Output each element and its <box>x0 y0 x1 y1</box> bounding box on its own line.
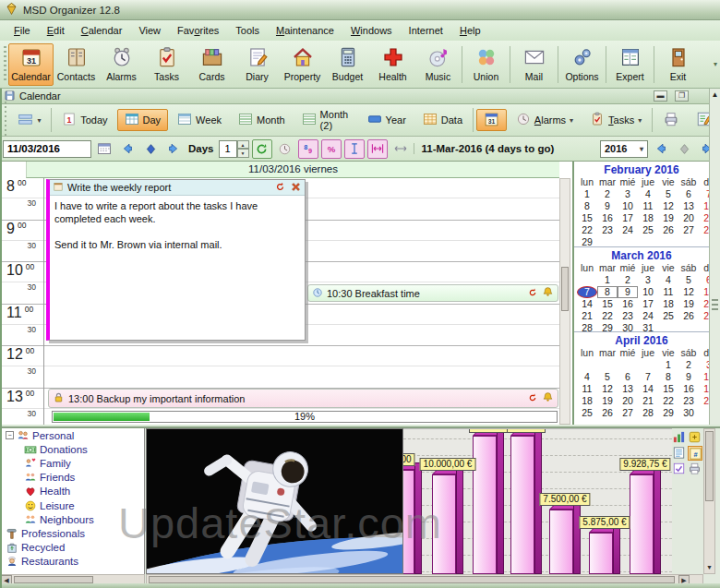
day-cell[interactable]: 3 <box>618 188 638 200</box>
day-cell[interactable]: 5 <box>597 371 618 383</box>
day-cell[interactable]: 15 <box>597 298 618 310</box>
day-cell[interactable]: 29 <box>577 236 597 248</box>
chart-bar-1[interactable] <box>403 470 414 574</box>
view-year-button[interactable]: Year <box>360 109 414 131</box>
day-cell[interactable] <box>678 236 699 248</box>
day-cell[interactable]: 9 <box>597 200 618 212</box>
menu-item-view[interactable]: View <box>130 22 169 39</box>
day-cell[interactable]: 3 <box>699 359 709 371</box>
day-cell[interactable]: 10 <box>618 200 638 212</box>
day-cell[interactable]: 27 <box>618 407 638 419</box>
day-cell[interactable]: 18 <box>658 298 678 310</box>
hours-toggle-button[interactable]: 89 <box>298 139 318 159</box>
day-cell[interactable]: 15 <box>658 383 678 395</box>
sidebar-item-restaurants[interactable]: Restaurants <box>0 555 144 569</box>
day-cell[interactable]: 15 <box>577 212 597 224</box>
chart-bar-5[interactable] <box>549 510 573 574</box>
chart-bar-6[interactable] <box>589 533 613 574</box>
day-cell[interactable]: 14 <box>638 383 658 395</box>
goto-today-button[interactable] <box>140 139 161 159</box>
timebar-toggle-button[interactable] <box>344 139 365 159</box>
day-cell[interactable]: 20 <box>699 298 709 310</box>
tasks-button[interactable]: Tasks <box>144 43 189 86</box>
day-cell[interactable]: 7 <box>699 188 709 200</box>
day-cell[interactable]: 21 <box>638 395 658 407</box>
view-today-button[interactable]: 1Today <box>54 109 114 131</box>
goto-date-button[interactable]: 31 <box>476 109 507 131</box>
tasks-dropdown-button[interactable]: Tasks▾ <box>582 109 649 131</box>
day-cell[interactable] <box>638 359 658 371</box>
day-cell[interactable]: 17 <box>618 212 638 224</box>
menu-item-internet[interactable]: Internet <box>401 22 451 39</box>
maximize-button[interactable]: ❐ <box>675 90 689 102</box>
day-cell[interactable]: 28 <box>699 224 709 236</box>
tree-expander[interactable]: − <box>6 431 14 439</box>
scrollbar-thumb[interactable] <box>561 267 569 311</box>
day-cell[interactable]: 23 <box>597 224 618 236</box>
toolbar-grip[interactable] <box>4 46 6 83</box>
chart-view-icon[interactable] <box>672 430 687 445</box>
day-cell[interactable] <box>577 274 597 286</box>
sidebar-item-family[interactable]: Family <box>0 456 144 470</box>
previous-year-button[interactable] <box>651 139 671 159</box>
day-cell[interactable]: 12 <box>678 286 699 298</box>
view-day-button[interactable]: Day <box>117 109 169 131</box>
options-button[interactable]: Options <box>559 43 605 86</box>
day-cell[interactable]: 11 <box>577 383 597 395</box>
layout-dropdown-button[interactable]: ▾ <box>10 109 48 131</box>
day-cell[interactable]: 29 <box>658 407 678 419</box>
sidebar-item-leisure[interactable]: Leisure <box>0 498 144 512</box>
day-cell[interactable]: 8 <box>658 371 678 383</box>
print-button[interactable] <box>655 109 687 131</box>
event-backup[interactable]: 13:00 Backup my important information <box>48 389 558 408</box>
day-cell[interactable]: 25 <box>577 407 597 419</box>
percent-toggle-button[interactable]: % <box>321 139 342 159</box>
day-cell[interactable]: 25 <box>658 310 678 322</box>
chart-bar-7[interactable] <box>630 474 654 574</box>
alarms-dropdown-button[interactable]: Alarms▾ <box>509 109 581 131</box>
day-cell[interactable]: 5 <box>658 188 678 200</box>
property-button[interactable]: Property <box>280 43 325 86</box>
day-cell[interactable]: 22 <box>658 395 678 407</box>
menu-item-edit[interactable]: Edit <box>39 22 73 39</box>
menu-item-file[interactable]: File <box>6 22 39 39</box>
day-cell[interactable]: 30 <box>618 322 638 334</box>
day-cell[interactable]: 2 <box>618 274 638 286</box>
scrollbar-thumb[interactable] <box>705 431 714 501</box>
day-cell[interactable] <box>699 236 709 248</box>
sidebar-item-recycled[interactable]: Recycled <box>0 541 144 555</box>
day-cell[interactable] <box>699 322 709 334</box>
calendar-button[interactable]: 31Calendar <box>8 43 54 86</box>
day-cell[interactable]: 14 <box>699 200 709 212</box>
day-cell[interactable]: 9 <box>618 286 638 298</box>
day-cell[interactable]: 23 <box>678 395 699 407</box>
menu-item-windows[interactable]: Windows <box>342 22 401 39</box>
day-cell[interactable]: 7 <box>638 371 658 383</box>
date-input[interactable] <box>3 140 91 158</box>
fit-width-button[interactable] <box>390 139 411 159</box>
right-scrollbar[interactable]: ▲ <box>709 89 720 425</box>
day-cell[interactable]: 11 <box>658 286 678 298</box>
day-cell[interactable]: 27 <box>699 310 709 322</box>
day-cell[interactable]: 30 <box>678 407 699 419</box>
add-icon[interactable] <box>688 430 702 445</box>
year-select[interactable]: 2016 ▾ <box>600 140 648 158</box>
day-cell[interactable]: 4 <box>638 188 658 200</box>
day-cell[interactable]: 6 <box>618 371 638 383</box>
sidebar-item-friends[interactable]: Friends <box>0 471 144 485</box>
event-breakfast[interactable]: 10:30 Breakfast time <box>307 284 558 302</box>
day-cell[interactable]: 4 <box>658 274 678 286</box>
day-cell[interactable]: 22 <box>597 310 618 322</box>
day-cell[interactable]: 8 <box>597 286 618 298</box>
day-cell[interactable]: 13 <box>678 200 699 212</box>
music-button[interactable]: Music <box>415 43 461 86</box>
day-cell[interactable]: 3 <box>638 274 658 286</box>
day-cell[interactable] <box>597 359 618 371</box>
health-button[interactable]: Health <box>370 43 415 86</box>
scrollbar-thumb[interactable] <box>149 576 675 583</box>
day-cell[interactable]: 10 <box>638 286 658 298</box>
day-cell[interactable] <box>678 322 699 334</box>
time-display-button[interactable] <box>275 139 295 159</box>
sidebar-item-professionals[interactable]: Professionals <box>0 526 144 540</box>
days-stepper[interactable]: ▲▼ <box>219 140 249 158</box>
